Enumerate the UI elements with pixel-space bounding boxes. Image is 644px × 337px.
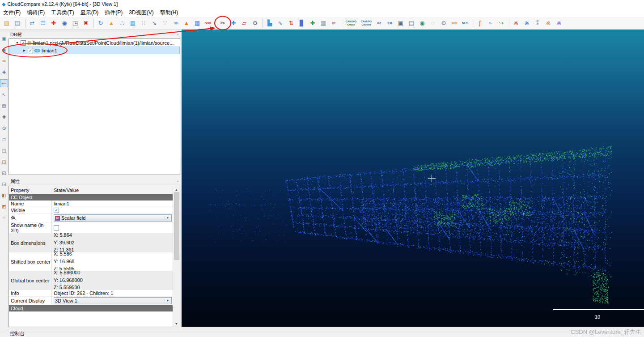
curve-plot-icon[interactable]: ∿: [275, 18, 285, 28]
db-tree-header: DB树 ▫: [8, 30, 180, 38]
fm-icon[interactable]: FM: [385, 18, 395, 28]
current-display-dropdown[interactable]: 3D View 1 ▾: [54, 297, 172, 304]
auto-pick-center-icon[interactable]: auto: [0, 80, 8, 87]
visibility-checkbox[interactable]: ✓: [28, 48, 33, 53]
properties-scrollbar[interactable]: ▲ ▼: [173, 186, 180, 327]
titlebar: ◆ CloudCompare v2.12.4 (Kyiv) [64-bit] -…: [0, 0, 644, 8]
pivot-icon[interactable]: ✚: [0, 113, 8, 120]
menu-plugins[interactable]: 插件(P): [102, 8, 126, 17]
viewport-3d[interactable]: 10: [182, 30, 644, 327]
open-icon[interactable]: ▨: [2, 18, 12, 28]
align-pair-blue-icon[interactable]: ※: [522, 18, 532, 28]
sf-tools-icon[interactable]: SF: [329, 18, 339, 28]
dock-float-icon[interactable]: ▫: [177, 32, 178, 37]
normals-icon[interactable]: ↘: [149, 18, 159, 28]
visible-checkbox[interactable]: ✓: [54, 208, 59, 213]
display-params-icon[interactable]: ▣: [0, 35, 8, 42]
cone-primitive-icon[interactable]: ▲: [182, 18, 191, 28]
point-list-picking-icon[interactable]: ✚: [49, 18, 59, 28]
pixel-size-icon[interactable]: 1:1: [0, 57, 8, 64]
camera-settings-icon[interactable]: ◉: [0, 46, 8, 53]
sphere-icon[interactable]: ◌: [428, 18, 438, 28]
front-view-icon[interactable]: ◳: [0, 158, 8, 165]
left-view-icon[interactable]: ◱: [0, 169, 8, 176]
property-label: Global box center: [9, 271, 51, 290]
add-green-icon[interactable]: ✚: [308, 18, 318, 28]
histogram-icon[interactable]: ▙: [265, 18, 275, 28]
menu-tools[interactable]: 工具类(T): [48, 8, 77, 17]
convert-normals-icon[interactable]: ▲: [106, 18, 116, 28]
delete-icon[interactable]: ✖: [81, 18, 91, 28]
kd-tree-icon[interactable]: Kd: [374, 18, 384, 28]
register-purple-icon[interactable]: ※: [554, 18, 564, 28]
refresh-icon[interactable]: ↻: [96, 18, 106, 28]
tree-item-limian1[interactable]: ▶ ✓ limian1: [9, 47, 180, 54]
subsample-icon[interactable]: ∴: [117, 18, 127, 28]
main-area: ▣◉1:1✚auto↖▤✚⊙□◰◳◱◲◧◩⁘ DB树 ▫ ▼ ✓ ▤ limia…: [0, 30, 644, 330]
matrix-icon[interactable]: ▦: [318, 18, 328, 28]
cc-main-icon[interactable]: CC: [171, 18, 181, 28]
menu-file[interactable]: 文件(F): [0, 8, 24, 17]
animation-icon[interactable]: ▤: [407, 18, 416, 28]
screenshot-icon[interactable]: ▣: [396, 18, 406, 28]
quit-plugin-icon[interactable]: ↪: [496, 18, 506, 28]
histogram-blue-icon[interactable]: ▊: [297, 18, 307, 28]
sor-filter-icon[interactable]: SOR: [203, 18, 213, 28]
s-blue-icon[interactable]: S.: [486, 18, 496, 28]
right-view-icon[interactable]: ◲: [0, 180, 8, 188]
hough-normals-icon[interactable]: N+C: [449, 18, 459, 28]
sparse-points-icon[interactable]: ∵: [160, 18, 170, 28]
toolbar-separator: [263, 19, 263, 28]
register-yellow-icon[interactable]: ※: [543, 18, 553, 28]
scrollbar-thumb[interactable]: [174, 192, 179, 260]
min-max-icon[interactable]: ⇅: [286, 18, 296, 28]
dock-float-icon[interactable]: ▫: [177, 179, 178, 183]
cross-section-icon[interactable]: ▱: [239, 18, 249, 28]
visibility-checkbox[interactable]: ✓: [21, 40, 26, 46]
custom-views-icon[interactable]: ⁘: [0, 214, 8, 221]
app-logo-icon: ◆: [2, 1, 5, 7]
show-name-checkbox[interactable]: [54, 225, 59, 230]
align-small-icon[interactable]: ⁑: [533, 18, 542, 28]
gears-icon[interactable]: ⚙: [439, 18, 449, 28]
expand-closed-icon[interactable]: ▶: [22, 49, 26, 52]
canupo-classify-icon[interactable]: CANUPOClassify: [359, 18, 373, 28]
clipping-box-icon[interactable]: ◳: [70, 18, 80, 28]
toolbar-separator: [342, 19, 342, 28]
menu-display[interactable]: 显示(D): [77, 8, 102, 17]
sra-icon[interactable]: ∫: [475, 18, 485, 28]
palette-icon[interactable]: ▤: [0, 102, 8, 109]
crosshair-cursor: [428, 175, 436, 182]
interactive-transform-icon[interactable]: ✚: [229, 18, 238, 28]
mls-smoothing-icon[interactable]: MLS: [460, 18, 470, 28]
globe-icon[interactable]: ◉: [417, 18, 427, 28]
zoom-icon[interactable]: ⊙: [0, 124, 8, 132]
menu-3d-views[interactable]: 3D视图(V): [126, 8, 157, 17]
clip-box-icon[interactable]: ◰: [0, 147, 8, 154]
pick-point-icon[interactable]: ↖: [0, 91, 8, 98]
scroll-up-icon[interactable]: ▲: [173, 186, 180, 192]
iso-view-icon[interactable]: ◩: [0, 203, 8, 210]
save-icon[interactable]: ▤: [13, 18, 22, 28]
tree-item-limian1-pcd[interactable]: ▼ ✓ ▤ limian1.pcd (J:/RawDataSet/PointCl…: [9, 39, 180, 47]
properties-list-icon[interactable]: ☰: [38, 18, 48, 28]
back-view-icon[interactable]: ◧: [0, 192, 8, 199]
tools-icon[interactable]: ⚙: [250, 18, 260, 28]
top-view-icon[interactable]: □: [0, 136, 8, 143]
mesh-grid-icon[interactable]: ▦: [192, 18, 202, 28]
octree-icon[interactable]: ▦: [128, 18, 138, 28]
point-picking-icon[interactable]: ◉: [59, 18, 69, 28]
resample-icon[interactable]: ∷: [139, 18, 148, 28]
menu-edit[interactable]: 编辑(E): [24, 8, 48, 17]
value-y: Y: 16.968000: [54, 277, 83, 284]
color-source-dropdown[interactable]: SF Scalar field ▾: [54, 214, 172, 222]
zoom-fit-icon[interactable]: ✚: [0, 68, 8, 76]
menu-help[interactable]: 帮助(H): [157, 8, 182, 17]
expand-open-icon[interactable]: ▼: [15, 41, 19, 44]
scroll-down-icon[interactable]: ▼: [173, 320, 180, 327]
property-row-current-display: Current Display 3D View 1 ▾: [9, 297, 173, 305]
zoom-sync-icon[interactable]: ⇄: [27, 18, 37, 28]
canupo-create-icon[interactable]: CANUPOCreate: [344, 18, 358, 28]
segment-tool-icon[interactable]: ✂: [218, 18, 228, 28]
align-pair-red-icon[interactable]: ※: [511, 18, 521, 28]
